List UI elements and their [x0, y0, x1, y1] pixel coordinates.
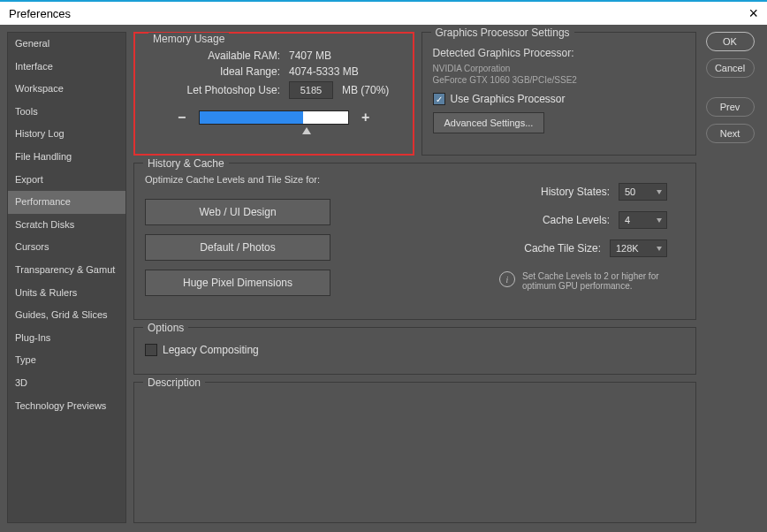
sidebar-item-workspace[interactable]: Workspace	[8, 78, 125, 101]
prev-button[interactable]: Prev	[706, 97, 755, 117]
preset-default-photos[interactable]: Default / Photos	[145, 234, 330, 261]
use-gpu-label: Use Graphics Processor	[451, 93, 566, 105]
gpu-settings-group: Graphics Processor Settings Detected Gra…	[421, 32, 697, 156]
close-icon[interactable]: ×	[748, 4, 758, 23]
preset-web-ui-design[interactable]: Web / UI Design	[145, 199, 330, 225]
use-gpu-checkbox[interactable]: ✓	[433, 93, 445, 105]
history-states-select[interactable]: 50	[619, 183, 667, 201]
available-ram-value: 7407 MB	[289, 49, 331, 62]
sidebar-item-performance[interactable]: Performance	[8, 191, 125, 214]
advanced-settings-button[interactable]: Advanced Settings...	[433, 112, 545, 133]
sidebar-item-technology-previews[interactable]: Technology Previews	[8, 395, 125, 418]
cancel-button[interactable]: Cancel	[706, 58, 755, 78]
gpu-legend: Graphics Processor Settings	[431, 27, 574, 39]
window-title: Preferences	[9, 7, 71, 20]
sidebar-item-3d[interactable]: 3D	[8, 372, 125, 395]
options-legend: Options	[143, 322, 188, 334]
sidebar-item-interface[interactable]: Interface	[8, 56, 125, 79]
sidebar-item-file-handling[interactable]: File Handling	[8, 146, 125, 169]
preset-huge-pixel-dimensions[interactable]: Huge Pixel Dimensions	[145, 270, 330, 296]
sidebar-item-cursors[interactable]: Cursors	[8, 236, 125, 259]
memory-slider-thumb[interactable]	[302, 127, 311, 134]
ok-button[interactable]: OK	[706, 32, 755, 51]
photoshop-use-input[interactable]	[289, 81, 333, 99]
memory-decrease-button[interactable]: −	[176, 110, 188, 125]
action-buttons: OK Cancel Prev Next	[703, 32, 756, 523]
gpu-detected-label: Detected Graphics Processor:	[433, 47, 686, 59]
memory-usage-group: Memory Usage Available RAM: 7407 MB Idea…	[133, 32, 414, 156]
cache-tile-select[interactable]: 128K	[610, 239, 667, 257]
info-icon: i	[499, 271, 515, 287]
sidebar-item-general[interactable]: General	[8, 33, 125, 56]
ideal-range-value: 4074-5333 MB	[289, 65, 359, 78]
gpu-model: GeForce GTX 1060 3GB/PCIe/SSE2	[433, 74, 686, 86]
gpu-vendor: NVIDIA Corporation	[433, 63, 686, 74]
cache-levels-select[interactable]: 4	[619, 211, 667, 229]
photoshop-use-label: Let Photoshop Use:	[148, 84, 280, 96]
sidebar-item-scratch-disks[interactable]: Scratch Disks	[8, 214, 125, 237]
sidebar-item-history-log[interactable]: History Log	[8, 123, 125, 146]
cache-hint-text: Set Cache Levels to 2 or higher for opti…	[522, 271, 667, 291]
description-group: Description	[133, 382, 696, 523]
cache-levels-label: Cache Levels:	[513, 214, 610, 226]
history-cache-group: History & Cache Optimize Cache Levels an…	[133, 163, 696, 320]
sidebar-item-guides-grid-slices[interactable]: Guides, Grid & Slices	[8, 304, 125, 327]
memory-legend: Memory Usage	[148, 33, 229, 45]
sidebar-item-tools[interactable]: Tools	[8, 101, 125, 124]
legacy-compositing-checkbox[interactable]	[145, 344, 157, 356]
sidebar: GeneralInterfaceWorkspaceToolsHistory Lo…	[7, 32, 126, 523]
history-legend: History & Cache	[143, 157, 229, 170]
sidebar-item-units-rulers[interactable]: Units & Rulers	[8, 282, 125, 305]
next-button[interactable]: Next	[706, 124, 755, 143]
sidebar-item-transparency-gamut[interactable]: Transparency & Gamut	[8, 259, 125, 282]
title-bar: Preferences ×	[0, 0, 767, 25]
cache-tile-label: Cache Tile Size:	[504, 242, 601, 255]
content: GeneralInterfaceWorkspaceToolsHistory Lo…	[0, 25, 767, 532]
optimize-label: Optimize Cache Levels and Tile Size for:	[145, 174, 330, 185]
sidebar-item-plug-ins[interactable]: Plug-Ins	[8, 327, 125, 350]
sidebar-item-export[interactable]: Export	[8, 169, 125, 192]
available-ram-label: Available RAM:	[148, 49, 280, 62]
legacy-compositing-label: Legacy Compositing	[163, 344, 259, 356]
main-panel: Memory Usage Available RAM: 7407 MB Idea…	[133, 32, 696, 523]
memory-increase-button[interactable]: +	[360, 110, 372, 125]
options-group: Options Legacy Compositing	[133, 327, 696, 375]
history-states-label: History States:	[513, 186, 610, 198]
sidebar-item-type[interactable]: Type	[8, 349, 125, 372]
description-legend: Description	[143, 376, 205, 389]
photoshop-use-suffix: MB (70%)	[342, 84, 389, 96]
ideal-range-label: Ideal Range:	[148, 65, 280, 78]
memory-slider[interactable]	[199, 110, 349, 125]
